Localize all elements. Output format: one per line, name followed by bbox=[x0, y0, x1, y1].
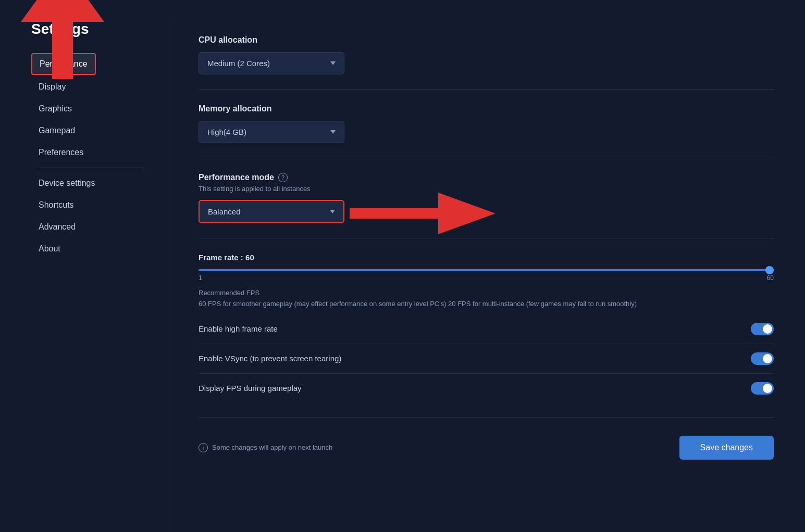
sidebar-item-shortcuts[interactable]: Shortcuts bbox=[31, 195, 151, 215]
cpu-allocation-section: CPU allocation Medium (2 Cores) bbox=[199, 21, 774, 90]
memory-allocation-section: Memory allocation High(4 GB) bbox=[199, 90, 774, 158]
fps-info-title: Recommended FPS bbox=[199, 289, 774, 297]
slider-max: 60 bbox=[767, 274, 774, 282]
performance-mode-label: Performance mode bbox=[199, 173, 274, 182]
slider-fill bbox=[199, 269, 774, 271]
sidebar-item-label: Display bbox=[39, 82, 66, 91]
memory-allocation-value: High(4 GB) bbox=[207, 128, 246, 136]
chevron-down-icon bbox=[330, 210, 335, 213]
sidebar-item-label: Advanced bbox=[39, 222, 76, 231]
help-circle-icon[interactable]: ? bbox=[278, 173, 288, 182]
sidebar-item-label: About bbox=[39, 244, 60, 253]
main-content: CPU allocation Medium (2 Cores) Memory a… bbox=[167, 21, 805, 532]
sidebar-item-label: Shortcuts bbox=[39, 200, 74, 209]
toggle-display-fps[interactable] bbox=[751, 382, 774, 395]
toggle-knob bbox=[763, 324, 772, 334]
sidebar-divider bbox=[39, 168, 144, 168]
sidebar-item-label: Graphics bbox=[39, 104, 72, 113]
sidebar-item-label: Gamepad bbox=[39, 126, 75, 135]
cpu-allocation-value: Medium (2 Cores) bbox=[207, 59, 270, 68]
perf-mode-label-row: Performance mode ? bbox=[199, 173, 774, 182]
toggle-row-high-frame-rate: Enable high frame rate bbox=[199, 314, 774, 344]
toggle-knob bbox=[763, 354, 772, 363]
sidebar: Settings Performance Display Graphics Ga… bbox=[0, 21, 167, 532]
toggle-vsync[interactable] bbox=[751, 352, 774, 365]
fps-info: Recommended FPS 60 FPS for smoother game… bbox=[199, 289, 774, 309]
footer-note: i Some changes will apply on next launch bbox=[199, 443, 332, 452]
slider-range: 1 60 bbox=[199, 274, 774, 282]
sidebar-item-label: Preferences bbox=[39, 148, 83, 157]
svg-marker-1 bbox=[350, 193, 496, 234]
footer: i Some changes will apply on next launch… bbox=[199, 423, 774, 465]
memory-allocation-dropdown[interactable]: High(4 GB) bbox=[199, 121, 344, 143]
sidebar-item-advanced[interactable]: Advanced bbox=[31, 217, 151, 237]
slider-container: 1 60 bbox=[199, 269, 774, 282]
sidebar-item-display[interactable]: Display bbox=[31, 77, 151, 97]
sidebar-item-performance[interactable]: Performance bbox=[31, 53, 96, 75]
sidebar-item-device-settings[interactable]: Device settings bbox=[31, 173, 151, 193]
sidebar-item-gamepad[interactable]: Gamepad bbox=[31, 121, 151, 141]
sidebar-item-preferences[interactable]: Preferences bbox=[31, 143, 151, 162]
toggle-label-vsync: Enable VSync (to prevent screen tearing) bbox=[199, 354, 341, 363]
chevron-down-icon bbox=[330, 61, 336, 65]
save-button[interactable]: Save changes bbox=[679, 436, 774, 460]
footer-note-text: Some changes will apply on next launch bbox=[212, 444, 332, 451]
slider-thumb[interactable] bbox=[765, 266, 774, 274]
memory-allocation-label: Memory allocation bbox=[199, 104, 774, 113]
toggle-knob bbox=[763, 384, 772, 393]
sidebar-item-about[interactable]: About bbox=[31, 239, 151, 259]
performance-mode-section: Performance mode ? This setting is appli… bbox=[199, 158, 774, 238]
performance-mode-dropdown[interactable]: Balanced bbox=[199, 200, 344, 223]
toggle-label-display-fps: Display FPS during gameplay bbox=[199, 384, 302, 392]
slider-min: 1 bbox=[199, 274, 202, 282]
toggle-row-display-fps: Display FPS during gameplay bbox=[199, 373, 774, 403]
info-circle-icon: i bbox=[199, 443, 208, 452]
frame-rate-section: Frame rate : 60 1 60 Recommended FPS 60 … bbox=[199, 238, 774, 418]
toggle-high-frame-rate[interactable] bbox=[751, 323, 774, 335]
page-title: Settings bbox=[31, 21, 151, 37]
toggles-container: Enable high frame rate Enable VSync (to … bbox=[199, 314, 774, 403]
performance-mode-sublabel: This setting is applied to all instances bbox=[199, 185, 774, 193]
fps-info-text: 60 FPS for smoother gameplay (may effect… bbox=[199, 299, 774, 309]
performance-mode-value: Balanced bbox=[208, 207, 241, 216]
chevron-down-icon bbox=[330, 130, 336, 134]
cpu-allocation-dropdown[interactable]: Medium (2 Cores) bbox=[199, 52, 344, 74]
slider-track bbox=[199, 269, 774, 271]
cpu-allocation-label: CPU allocation bbox=[199, 35, 774, 45]
sidebar-item-label: Device settings bbox=[39, 179, 95, 187]
toggle-label-high-frame-rate: Enable high frame rate bbox=[199, 324, 278, 333]
sidebar-item-graphics[interactable]: Graphics bbox=[31, 99, 151, 119]
toggle-row-vsync: Enable VSync (to prevent screen tearing) bbox=[199, 344, 774, 373]
sidebar-item-label: Performance bbox=[40, 59, 88, 68]
save-button-label: Save changes bbox=[700, 443, 753, 452]
frame-rate-label: Frame rate : 60 bbox=[199, 253, 774, 262]
